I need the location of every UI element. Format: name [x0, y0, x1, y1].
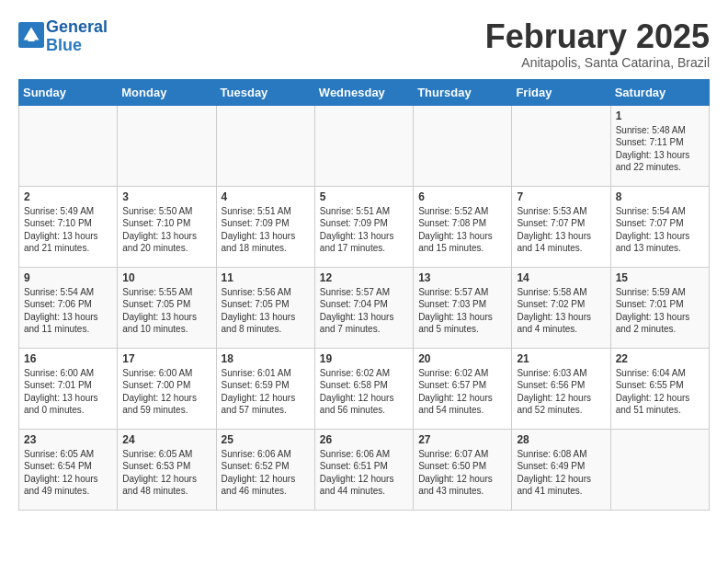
calendar-cell: 15Sunrise: 5:59 AM Sunset: 7:01 PM Dayli… [610, 267, 709, 348]
calendar-cell: 10Sunrise: 5:55 AM Sunset: 7:05 PM Dayli… [118, 267, 216, 348]
day-details: Sunrise: 5:50 AM Sunset: 7:10 PM Dayligh… [122, 205, 210, 255]
calendar-cell: 11Sunrise: 5:56 AM Sunset: 7:05 PM Dayli… [216, 267, 314, 348]
day-header-sunday: Sunday [19, 79, 118, 105]
location-subtitle: Anitapolis, Santa Catarina, Brazil [485, 55, 710, 70]
calendar-week-row: 9Sunrise: 5:54 AM Sunset: 7:06 PM Daylig… [19, 267, 710, 348]
day-details: Sunrise: 6:07 AM Sunset: 6:50 PM Dayligh… [418, 448, 506, 498]
day-number: 27 [418, 433, 506, 446]
day-details: Sunrise: 6:08 AM Sunset: 6:49 PM Dayligh… [517, 448, 605, 498]
day-header-saturday: Saturday [610, 79, 709, 105]
day-details: Sunrise: 5:51 AM Sunset: 7:09 PM Dayligh… [320, 205, 408, 255]
day-header-thursday: Thursday [414, 79, 512, 105]
logo-text: General Blue [46, 18, 108, 55]
day-details: Sunrise: 5:57 AM Sunset: 7:03 PM Dayligh… [418, 286, 506, 336]
day-number: 3 [122, 190, 210, 203]
calendar-cell: 27Sunrise: 6:07 AM Sunset: 6:50 PM Dayli… [414, 429, 512, 510]
calendar-cell: 9Sunrise: 5:54 AM Sunset: 7:06 PM Daylig… [19, 267, 118, 348]
day-header-wednesday: Wednesday [314, 79, 413, 105]
calendar-week-row: 2Sunrise: 5:49 AM Sunset: 7:10 PM Daylig… [19, 186, 710, 267]
day-details: Sunrise: 5:58 AM Sunset: 7:02 PM Dayligh… [517, 286, 605, 336]
day-number: 14 [517, 271, 605, 284]
day-number: 1 [616, 109, 704, 122]
day-number: 13 [418, 271, 506, 284]
calendar-cell [610, 429, 709, 510]
day-details: Sunrise: 5:56 AM Sunset: 7:05 PM Dayligh… [222, 286, 310, 336]
day-number: 10 [122, 271, 210, 284]
calendar-cell: 7Sunrise: 5:53 AM Sunset: 7:07 PM Daylig… [512, 186, 610, 267]
day-number: 15 [616, 271, 704, 284]
day-number: 26 [320, 433, 408, 446]
calendar-cell: 16Sunrise: 6:00 AM Sunset: 7:01 PM Dayli… [19, 348, 118, 429]
day-number: 2 [24, 190, 112, 203]
day-number: 16 [24, 352, 112, 365]
day-number: 20 [418, 352, 506, 365]
calendar-cell: 20Sunrise: 6:02 AM Sunset: 6:57 PM Dayli… [414, 348, 512, 429]
day-number: 8 [616, 190, 704, 203]
day-number: 28 [517, 433, 605, 446]
calendar-cell [314, 105, 413, 186]
calendar-cell: 18Sunrise: 6:01 AM Sunset: 6:59 PM Dayli… [216, 348, 314, 429]
calendar-cell: 2Sunrise: 5:49 AM Sunset: 7:10 PM Daylig… [19, 186, 118, 267]
day-header-tuesday: Tuesday [216, 79, 314, 105]
day-details: Sunrise: 6:00 AM Sunset: 7:00 PM Dayligh… [122, 367, 210, 417]
calendar-cell: 3Sunrise: 5:50 AM Sunset: 7:10 PM Daylig… [118, 186, 216, 267]
day-details: Sunrise: 6:06 AM Sunset: 6:52 PM Dayligh… [222, 448, 310, 498]
day-number: 23 [24, 433, 112, 446]
day-details: Sunrise: 5:57 AM Sunset: 7:04 PM Dayligh… [320, 286, 408, 336]
day-number: 25 [222, 433, 310, 446]
day-number: 9 [24, 271, 112, 284]
calendar-table: SundayMondayTuesdayWednesdayThursdayFrid… [18, 79, 710, 511]
day-details: Sunrise: 6:05 AM Sunset: 6:53 PM Dayligh… [122, 448, 210, 498]
calendar-cell: 12Sunrise: 5:57 AM Sunset: 7:04 PM Dayli… [314, 267, 413, 348]
day-details: Sunrise: 6:06 AM Sunset: 6:51 PM Dayligh… [320, 448, 408, 498]
logo-icon [18, 22, 44, 48]
day-details: Sunrise: 5:49 AM Sunset: 7:10 PM Dayligh… [24, 205, 112, 255]
calendar-cell: 28Sunrise: 6:08 AM Sunset: 6:49 PM Dayli… [512, 429, 610, 510]
calendar-cell [19, 105, 118, 186]
title-section: February 2025 Anitapolis, Santa Catarina… [485, 18, 710, 70]
calendar-cell: 1Sunrise: 5:48 AM Sunset: 7:11 PM Daylig… [610, 105, 709, 186]
calendar-cell: 5Sunrise: 5:51 AM Sunset: 7:09 PM Daylig… [314, 186, 413, 267]
day-details: Sunrise: 6:03 AM Sunset: 6:56 PM Dayligh… [517, 367, 605, 417]
calendar-cell: 17Sunrise: 6:00 AM Sunset: 7:00 PM Dayli… [118, 348, 216, 429]
calendar-cell: 4Sunrise: 5:51 AM Sunset: 7:09 PM Daylig… [216, 186, 314, 267]
calendar-week-row: 23Sunrise: 6:05 AM Sunset: 6:54 PM Dayli… [19, 429, 710, 510]
logo-line1: General [46, 17, 108, 36]
page-header: General Blue February 2025 Anitapolis, S… [18, 18, 710, 70]
day-number: 11 [222, 271, 310, 284]
day-details: Sunrise: 6:01 AM Sunset: 6:59 PM Dayligh… [222, 367, 310, 417]
day-details: Sunrise: 5:54 AM Sunset: 7:06 PM Dayligh… [24, 286, 112, 336]
day-details: Sunrise: 5:55 AM Sunset: 7:05 PM Dayligh… [122, 286, 210, 336]
day-number: 24 [122, 433, 210, 446]
day-number: 6 [418, 190, 506, 203]
calendar-cell: 23Sunrise: 6:05 AM Sunset: 6:54 PM Dayli… [19, 429, 118, 510]
day-details: Sunrise: 5:53 AM Sunset: 7:07 PM Dayligh… [517, 205, 605, 255]
month-title: February 2025 [485, 18, 710, 55]
day-details: Sunrise: 6:02 AM Sunset: 6:57 PM Dayligh… [418, 367, 506, 417]
day-number: 4 [222, 190, 310, 203]
day-details: Sunrise: 5:48 AM Sunset: 7:11 PM Dayligh… [616, 124, 704, 174]
calendar-cell: 26Sunrise: 6:06 AM Sunset: 6:51 PM Dayli… [314, 429, 413, 510]
day-header-monday: Monday [118, 79, 216, 105]
logo-line2: Blue [46, 36, 82, 54]
calendar-week-row: 16Sunrise: 6:00 AM Sunset: 7:01 PM Dayli… [19, 348, 710, 429]
day-details: Sunrise: 6:00 AM Sunset: 7:01 PM Dayligh… [24, 367, 112, 417]
calendar-cell: 19Sunrise: 6:02 AM Sunset: 6:58 PM Dayli… [314, 348, 413, 429]
calendar-week-row: 1Sunrise: 5:48 AM Sunset: 7:11 PM Daylig… [19, 105, 710, 186]
day-details: Sunrise: 6:04 AM Sunset: 6:55 PM Dayligh… [616, 367, 704, 417]
calendar-cell: 6Sunrise: 5:52 AM Sunset: 7:08 PM Daylig… [414, 186, 512, 267]
day-details: Sunrise: 5:52 AM Sunset: 7:08 PM Dayligh… [418, 205, 506, 255]
day-details: Sunrise: 5:59 AM Sunset: 7:01 PM Dayligh… [616, 286, 704, 336]
day-details: Sunrise: 5:54 AM Sunset: 7:07 PM Dayligh… [616, 205, 704, 255]
calendar-cell: 13Sunrise: 5:57 AM Sunset: 7:03 PM Dayli… [414, 267, 512, 348]
logo: General Blue [18, 18, 108, 55]
day-header-friday: Friday [512, 79, 610, 105]
day-number: 21 [517, 352, 605, 365]
day-details: Sunrise: 6:02 AM Sunset: 6:58 PM Dayligh… [320, 367, 408, 417]
day-number: 18 [222, 352, 310, 365]
calendar-cell: 8Sunrise: 5:54 AM Sunset: 7:07 PM Daylig… [610, 186, 709, 267]
day-details: Sunrise: 6:05 AM Sunset: 6:54 PM Dayligh… [24, 448, 112, 498]
calendar-cell [216, 105, 314, 186]
day-number: 22 [616, 352, 704, 365]
calendar-cell [118, 105, 216, 186]
